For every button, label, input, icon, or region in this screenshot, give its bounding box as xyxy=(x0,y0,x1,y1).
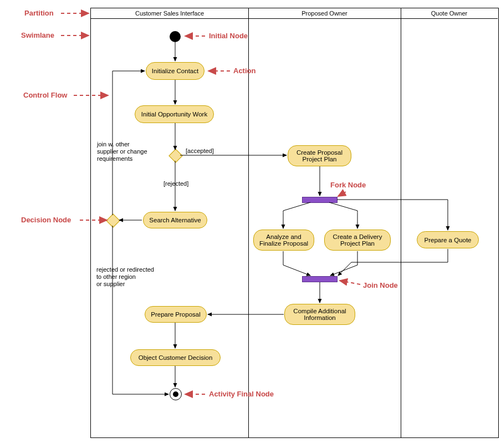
initial-node xyxy=(170,31,181,42)
annot-initial: Initial Node xyxy=(209,32,248,40)
action-create-delivery-plan: Create a Delivery Project Plan xyxy=(324,230,391,251)
fork-node xyxy=(302,197,338,203)
action-prepare-quote: Prepare a Quote xyxy=(417,231,479,248)
lane-header-2: Proposed Owner xyxy=(248,8,401,19)
action-search-alternative: Search Alternative xyxy=(143,212,207,228)
annot-fork: Fork Node xyxy=(330,181,366,189)
action-initial-opportunity: Initial Opportunity Work xyxy=(135,105,214,123)
annot-final: Activity Final Node xyxy=(209,390,274,398)
activity-final-node xyxy=(170,388,182,400)
guard-accepted: [accepted] xyxy=(186,147,214,155)
action-initialize-contact: Initialize Contact xyxy=(146,62,205,80)
annot-action: Action xyxy=(233,67,255,75)
annot-swimlane: Swimlane xyxy=(21,31,54,39)
lane-header-1: Customer Sales Interface xyxy=(91,8,248,19)
annot-join: Join Node xyxy=(363,281,398,289)
action-analyze-finalize: Analyze and Finalize Proposal xyxy=(253,230,314,251)
guard-redirect: rejected or redirected to other region o… xyxy=(96,266,154,288)
guard-rejected: [rejected] xyxy=(163,180,188,187)
lane-divider-2 xyxy=(401,8,401,437)
annot-partition: Partition xyxy=(24,9,54,17)
action-compile-info: Compile Additional Information xyxy=(284,304,355,325)
annot-decision: Decision Node xyxy=(21,216,71,224)
join-node xyxy=(302,276,338,282)
annot-controlflow: Control Flow xyxy=(23,91,67,99)
lane-header-3: Quote Owner xyxy=(401,8,498,19)
action-object-decision: Object Customer Decision xyxy=(130,349,221,366)
action-create-proposal-plan: Create Proposal Project Plan xyxy=(288,145,351,166)
action-prepare-proposal: Prepare Proposal xyxy=(145,306,207,323)
guard-join-req: join w. other supplier or change require… xyxy=(97,141,147,163)
